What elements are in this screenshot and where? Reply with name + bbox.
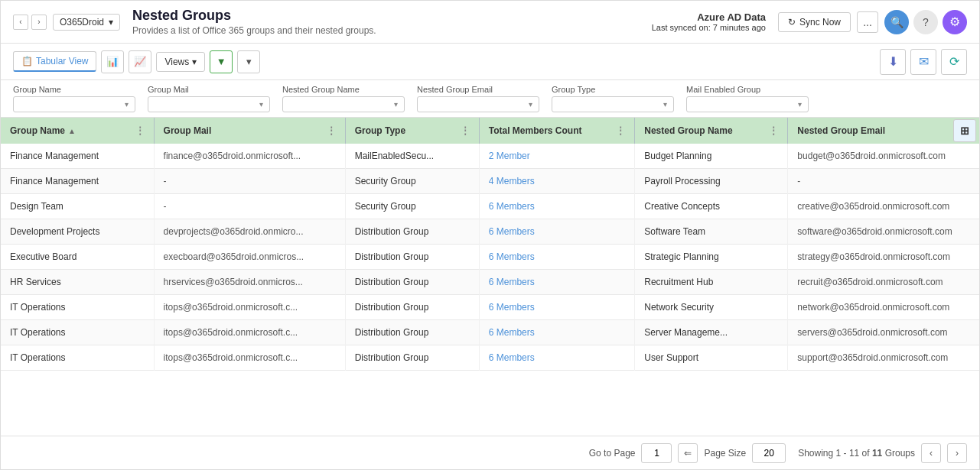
filter-group-mail-select[interactable]: ▾ — [148, 96, 270, 112]
prev-page-button[interactable]: ‹ — [921, 443, 941, 463]
col-header-nested-group-email[interactable]: Nested Group Email ⋮ ⊞ — [788, 118, 979, 144]
col-header-nested-group-name[interactable]: Nested Group Name ⋮ — [635, 118, 788, 144]
export-icon-button[interactable]: 📊 — [101, 50, 124, 73]
members-link[interactable]: 4 Members — [489, 176, 535, 186]
cell-group-mail: devprojects@o365droid.onmicro... — [154, 219, 345, 245]
cell-group-name: Design Team — [1, 194, 154, 219]
col-label-group-name: Group Name — [10, 125, 65, 136]
refresh-button[interactable]: ⟳ — [941, 49, 967, 75]
chart-icon-button[interactable]: 📈 — [129, 50, 151, 73]
cell-nested-group-email: budget@o365droid.onmicrosoft.com — [788, 144, 979, 169]
members-link[interactable]: 6 Members — [489, 226, 535, 237]
page-title: Nested Groups — [132, 8, 652, 24]
members-link[interactable]: 6 Members — [489, 327, 535, 338]
help-button[interactable]: ? — [913, 10, 938, 34]
members-link[interactable]: 6 Members — [489, 201, 535, 212]
search-button[interactable]: 🔍 — [884, 10, 909, 34]
page-number-input[interactable] — [641, 443, 672, 463]
showing-label: Showing 1 - 11 of — [798, 448, 869, 459]
download-button[interactable]: ⬇ — [880, 49, 906, 75]
chart-icon: 📈 — [134, 56, 146, 67]
filter-group-name-select[interactable]: ▾ — [13, 96, 135, 112]
members-link[interactable]: 6 Members — [489, 251, 535, 262]
email-icon: ✉ — [919, 54, 929, 69]
cell-nested-group-email: creative@o365droid.onmicrosoft.com — [788, 194, 979, 219]
cell-group-mail: itops@o365droid.onmicrosoft.c... — [154, 295, 345, 320]
cell-total-members[interactable]: 2 Member — [479, 144, 635, 169]
top-bar: ‹ › O365Droid ▾ Nested Groups Provides a… — [1, 1, 979, 44]
col-label-total-members: Total Members Count — [489, 125, 582, 136]
next-page-button[interactable]: › — [947, 443, 967, 463]
cell-total-members[interactable]: 6 Members — [479, 345, 635, 371]
page-back-button[interactable]: ⇐ — [678, 443, 698, 463]
cell-group-name: Development Projects — [1, 219, 154, 245]
filter-group-type: Group Type ▾ — [552, 85, 674, 112]
table-row: IT Operations itops@o365droid.onmicrosof… — [1, 320, 979, 345]
cell-nested-group-email: support@o365droid.onmicrosoft.com — [788, 345, 979, 371]
column-settings-button[interactable]: ⊞ — [953, 119, 976, 142]
members-link[interactable]: 6 Members — [489, 302, 535, 313]
col-menu-group-type[interactable]: ⋮ — [461, 125, 470, 136]
col-header-total-members[interactable]: Total Members Count ⋮ — [479, 118, 635, 144]
data-table: Group Name ▲ ⋮ Group Mail ⋮ Group — [1, 118, 979, 371]
filter-mail-enabled-label: Mail Enabled Group — [686, 85, 809, 94]
filter-nested-group-email-arrow: ▾ — [529, 100, 532, 109]
table-icon: 📋 — [21, 56, 33, 66]
search-icon: 🔍 — [890, 16, 903, 28]
nav-prev-button[interactable]: ‹ — [13, 15, 28, 30]
cell-group-type: Distribution Group — [345, 320, 479, 345]
members-link[interactable]: 6 Members — [489, 277, 535, 287]
filters-row: Group Name ▾ Group Mail ▾ Nested Group N… — [1, 80, 979, 118]
col-header-group-mail[interactable]: Group Mail ⋮ — [154, 118, 345, 144]
col-menu-total-members[interactable]: ⋮ — [616, 125, 625, 136]
download-icon: ⬇ — [888, 54, 898, 69]
cell-total-members[interactable]: 6 Members — [479, 295, 635, 320]
cell-total-members[interactable]: 6 Members — [479, 245, 635, 270]
page-size-label: Page Size — [704, 448, 746, 459]
tabular-view-button[interactable]: 📋 Tabular View — [13, 51, 96, 72]
col-menu-group-mail[interactable]: ⋮ — [327, 125, 336, 136]
cell-total-members[interactable]: 6 Members — [479, 219, 635, 245]
members-link[interactable]: 2 Member — [489, 151, 530, 161]
cell-nested-group-name: Recruitment Hub — [635, 270, 788, 295]
filter-nested-group-name-select[interactable]: ▾ — [282, 96, 405, 112]
nav-next-button[interactable]: › — [31, 15, 47, 30]
sync-now-button[interactable]: ↻ Sync Now — [778, 12, 851, 32]
filter-group-name-label: Group Name — [13, 85, 135, 94]
col-menu-nested-group-name[interactable]: ⋮ — [769, 125, 778, 136]
cell-group-mail: itops@o365droid.onmicrosoft.c... — [154, 345, 345, 371]
cell-nested-group-name: Software Team — [635, 219, 788, 245]
help-icon: ? — [923, 16, 929, 28]
page-size-input[interactable] — [752, 443, 786, 463]
filter-icon: ▼ — [217, 56, 226, 67]
top-icons: 🔍 ? ⚙ — [884, 10, 967, 34]
table-row: Executive Board execboard@o365droid.onmi… — [1, 245, 979, 270]
col-header-group-type[interactable]: Group Type ⋮ — [345, 118, 479, 144]
cell-total-members[interactable]: 6 Members — [479, 194, 635, 219]
cell-total-members[interactable]: 4 Members — [479, 169, 635, 194]
filter-button[interactable]: ▼ — [210, 50, 233, 73]
azure-info: Azure AD Data Last synced on: 7 minutes … — [652, 11, 766, 32]
cell-nested-group-name: Creative Concepts — [635, 194, 788, 219]
column-settings-icon: ⊞ — [960, 125, 969, 137]
views-button[interactable]: Views ▾ — [156, 52, 205, 72]
filter-group-type-select[interactable]: ▾ — [552, 96, 674, 112]
cell-total-members[interactable]: 6 Members — [479, 320, 635, 345]
filter-mail-enabled-select[interactable]: ▾ — [686, 96, 809, 112]
more-button[interactable]: ... — [857, 11, 878, 33]
col-menu-group-name[interactable]: ⋮ — [135, 125, 145, 136]
toolbar: 📋 Tabular View 📊 📈 Views ▾ ▼ ▾ ⬇ ✉ — [1, 44, 979, 80]
cell-group-type: Distribution Group — [345, 245, 479, 270]
filter-dropdown-button[interactable]: ▾ — [237, 50, 260, 73]
col-header-group-name[interactable]: Group Name ▲ ⋮ — [1, 118, 154, 144]
email-button[interactable]: ✉ — [910, 49, 936, 75]
cell-total-members[interactable]: 6 Members — [479, 270, 635, 295]
settings-button[interactable]: ⚙ — [943, 10, 967, 34]
members-link[interactable]: 6 Members — [489, 352, 535, 363]
col-label-group-mail: Group Mail — [164, 125, 212, 136]
cell-group-mail: itops@o365droid.onmicrosoft.c... — [154, 320, 345, 345]
nav-arrows: ‹ › — [13, 15, 47, 30]
table-row: Finance Management finance@o365droid.onm… — [1, 144, 979, 169]
filter-nested-group-email-select[interactable]: ▾ — [417, 96, 539, 112]
breadcrumb-dropdown[interactable]: O365Droid ▾ — [53, 14, 120, 31]
